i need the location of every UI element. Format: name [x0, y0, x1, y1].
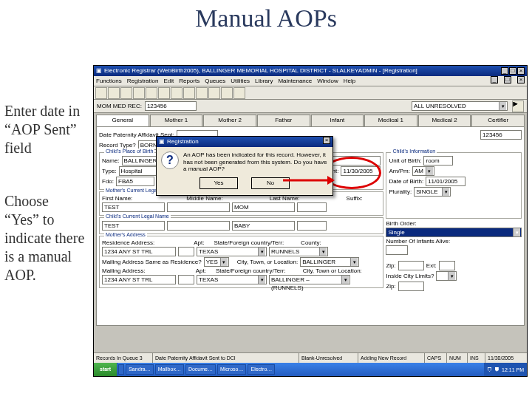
- menu-utilities[interactable]: Utilities: [231, 76, 250, 86]
- tool-btn-3[interactable]: [120, 87, 132, 99]
- maddr-mail-input[interactable]: 1234 ANY ST TRL: [102, 275, 176, 284]
- tab-general[interactable]: General: [96, 115, 149, 126]
- minimize-button[interactable]: _: [501, 67, 508, 75]
- task-item-2[interactable]: Mailbox…: [155, 364, 184, 375]
- maddr-mailcity-label: City, Town or Location:: [303, 267, 362, 274]
- menu-help[interactable]: Help: [344, 76, 355, 86]
- maddr-mailapt-input[interactable]: [178, 275, 194, 284]
- mlegal-suffix-label: Suffix:: [347, 195, 363, 202]
- cpob-name-label: Name:: [102, 157, 120, 164]
- ci-alive-label: Number Of Infants Alive:: [386, 238, 450, 245]
- menu-edit[interactable]: Edit: [163, 76, 174, 86]
- clegal-last-input[interactable]: BABY: [232, 221, 295, 231]
- menu-registration[interactable]: Registration: [127, 76, 159, 86]
- ci-unit-input[interactable]: room: [423, 156, 453, 166]
- mdi-close-button[interactable]: ×: [517, 76, 525, 83]
- tool-btn-2[interactable]: [108, 87, 120, 99]
- start-button[interactable]: start: [94, 363, 117, 376]
- menu-functions[interactable]: Functions: [96, 76, 122, 86]
- tool-btn-1[interactable]: [95, 87, 107, 99]
- tab-father[interactable]: Father: [257, 115, 310, 126]
- tool-btn-6[interactable]: [158, 87, 170, 99]
- ci-dob-label: Date of Birth:: [389, 178, 423, 185]
- tool-btn-8[interactable]: [183, 87, 195, 99]
- clegal-suffix-input[interactable]: [297, 221, 327, 231]
- fs-child-info: Child's Information Unit of Birth:room A…: [386, 152, 522, 219]
- dialog-no-button[interactable]: No: [251, 177, 290, 189]
- menu-maintenance[interactable]: Maintenance: [278, 76, 312, 86]
- date-aop-sent-input[interactable]: 11/30/2005: [341, 166, 381, 176]
- tab-mother2[interactable]: Mother 2: [203, 115, 256, 126]
- maddr-apt-input[interactable]: [178, 247, 194, 256]
- app-icon: ▣: [96, 66, 102, 76]
- maddr-legend: Mother's Address: [104, 232, 147, 237]
- menu-window[interactable]: Window: [317, 76, 338, 86]
- ci-alive-input[interactable]: [386, 245, 408, 255]
- tool-btn-5[interactable]: [146, 87, 157, 99]
- tool-btn-10[interactable]: [208, 87, 220, 99]
- mdi-max-button[interactable]: □: [504, 76, 511, 83]
- clegal-middle-input[interactable]: [167, 221, 230, 231]
- mlegal-suffix-input[interactable]: [297, 202, 327, 212]
- maddr-res-input[interactable]: 1234 ANY ST TRL: [102, 247, 176, 256]
- mlegal-first-input[interactable]: TEST: [102, 202, 165, 212]
- maddr-zip2-input[interactable]: [398, 282, 424, 291]
- maddr-zip2-label: Zip:: [386, 283, 395, 290]
- tab-medical2[interactable]: Medical 2: [418, 115, 471, 126]
- filter-go[interactable]: ⯈: [512, 100, 524, 112]
- system-tray[interactable]: ⛉ ⛊ 12:11 PM: [484, 363, 527, 376]
- task-item-4[interactable]: Microso…: [217, 364, 247, 375]
- tab-medical1[interactable]: Medical 1: [364, 115, 417, 126]
- maddr-city-label: City, Town, or Location:: [237, 259, 298, 265]
- cpob-fdo-input[interactable]: FBA5: [116, 177, 154, 186]
- maximize-button[interactable]: □: [509, 67, 516, 75]
- maddr-county-select[interactable]: RUNNELS: [269, 247, 328, 256]
- maddr-ext-input[interactable]: [439, 261, 455, 270]
- titlebar: ▣ Electronic Registrar (WebBirth2005), B…: [94, 66, 527, 76]
- mlegal-middle-input[interactable]: [167, 202, 230, 212]
- mlegal-last-label: Last Name:: [270, 195, 300, 202]
- menu-reports[interactable]: Reports: [179, 76, 200, 86]
- status-num: NUM: [447, 353, 468, 363]
- task-item-1[interactable]: Sandra…: [126, 364, 154, 375]
- task-item-3[interactable]: Docume…: [185, 364, 216, 375]
- dialog-yes-button[interactable]: Yes: [200, 177, 238, 189]
- tab-mother1[interactable]: Mother 1: [150, 115, 203, 126]
- tab-infant[interactable]: Infant: [311, 115, 364, 126]
- dialog-title: Registration: [167, 137, 199, 147]
- task-item-5[interactable]: Electro…: [248, 364, 275, 375]
- ci-birthorder-select[interactable]: Single: [386, 228, 522, 237]
- filter-select[interactable]: ALL UNRESOLVED: [412, 101, 508, 111]
- tab-certifier[interactable]: Certifier: [471, 115, 525, 126]
- maddr-mailcity-select[interactable]: BALLINGER – (RUNNELS): [269, 275, 350, 284]
- ci-ampm-select[interactable]: AM: [412, 166, 434, 176]
- ci-dob-input[interactable]: 11/01/2005: [426, 177, 466, 186]
- maddr-city-select[interactable]: BALLINGER: [300, 257, 359, 267]
- tool-btn-4[interactable]: [133, 87, 145, 99]
- maddr-mailst-select[interactable]: TEXAS: [197, 275, 267, 284]
- maddr-zip-label: Zip:: [386, 262, 395, 269]
- toolbar: [94, 86, 527, 100]
- maddr-inside-select[interactable]: [436, 271, 457, 281]
- question-icon: ?: [161, 151, 179, 169]
- maddr-zip-input[interactable]: [398, 261, 424, 270]
- ci-plurality-select[interactable]: SINGLE: [414, 187, 451, 197]
- maddr-mail-label: Mailing Address:: [102, 267, 146, 274]
- maddr-state-select[interactable]: TEXAS: [197, 247, 267, 256]
- tool-btn-11[interactable]: [221, 87, 233, 99]
- close-button[interactable]: ×: [517, 67, 525, 75]
- cpob-type-input[interactable]: Hospital: [119, 166, 157, 176]
- clegal-first-input[interactable]: TEST: [102, 221, 165, 231]
- mlegal-last-input[interactable]: MOM: [232, 202, 295, 212]
- maddr-res-label: Residence Address:: [102, 239, 154, 246]
- menu-queues[interactable]: Queues: [205, 76, 225, 86]
- mdi-min-button[interactable]: _: [491, 76, 498, 83]
- tool-btn-7[interactable]: [171, 87, 183, 99]
- slide-title: Manual AOPs: [0, 4, 532, 33]
- task-item-0[interactable]: [118, 364, 124, 375]
- tool-btn-9[interactable]: [196, 87, 208, 99]
- maddr-same-select[interactable]: YES: [204, 257, 229, 267]
- tool-btn-12[interactable]: [233, 87, 245, 99]
- dialog-close-button[interactable]: ×: [323, 137, 330, 144]
- menu-library[interactable]: Library: [255, 76, 273, 86]
